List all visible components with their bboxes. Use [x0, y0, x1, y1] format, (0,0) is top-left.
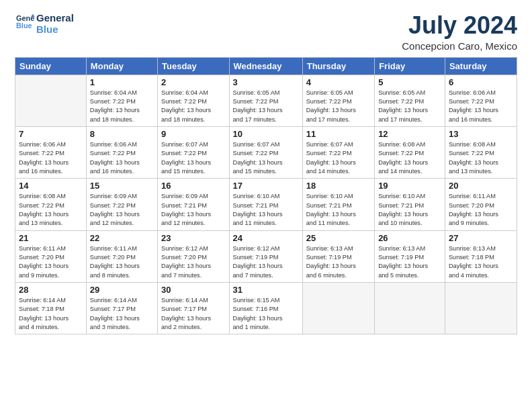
day-info: Sunrise: 6:04 AMSunset: 7:22 PMDaylight:… — [90, 89, 154, 124]
logo-icon: General Blue — [16, 13, 35, 32]
day-number: 25 — [306, 233, 371, 243]
calendar-cell: 9Sunrise: 6:07 AMSunset: 7:22 PMDaylight… — [158, 126, 230, 178]
day-info: Sunrise: 6:13 AMSunset: 7:19 PMDaylight:… — [306, 244, 371, 280]
weekday-header-thursday: Thursday — [302, 57, 374, 75]
day-number: 8 — [90, 129, 154, 139]
day-info: Sunrise: 6:05 AMSunset: 7:22 PMDaylight:… — [306, 89, 371, 124]
calendar-cell: 30Sunrise: 6:14 AMSunset: 7:17 PMDayligh… — [158, 283, 230, 334]
calendar-header-row: SundayMondayTuesdayWednesdayThursdayFrid… — [15, 57, 517, 75]
day-number: 3 — [233, 77, 299, 87]
day-info: Sunrise: 6:13 AMSunset: 7:19 PMDaylight:… — [378, 244, 441, 280]
title-block: July 2024 Concepcion Caro, Mexico — [402, 12, 517, 52]
calendar-week-5: 28Sunrise: 6:14 AMSunset: 7:18 PMDayligh… — [15, 283, 517, 334]
calendar-cell: 17Sunrise: 6:10 AMSunset: 7:21 PMDayligh… — [229, 179, 302, 230]
page: General Blue General Blue July 2024 Conc… — [0, 0, 532, 411]
day-number: 16 — [161, 181, 226, 191]
logo-line2: Blue — [36, 24, 74, 35]
calendar-cell: 23Sunrise: 6:12 AMSunset: 7:20 PMDayligh… — [158, 230, 230, 282]
day-number: 19 — [378, 181, 441, 191]
calendar-cell: 28Sunrise: 6:14 AMSunset: 7:18 PMDayligh… — [15, 283, 87, 334]
day-info: Sunrise: 6:11 AMSunset: 7:20 PMDaylight:… — [449, 192, 513, 228]
calendar-week-4: 21Sunrise: 6:11 AMSunset: 7:20 PMDayligh… — [15, 230, 517, 282]
calendar-week-2: 7Sunrise: 6:06 AMSunset: 7:22 PMDaylight… — [15, 126, 517, 178]
day-info: Sunrise: 6:10 AMSunset: 7:21 PMDaylight:… — [233, 192, 299, 228]
weekday-header-sunday: Sunday — [15, 57, 87, 75]
day-info: Sunrise: 6:08 AMSunset: 7:22 PMDaylight:… — [449, 140, 513, 176]
day-number: 28 — [19, 285, 83, 295]
day-number: 11 — [306, 129, 371, 139]
day-info: Sunrise: 6:05 AMSunset: 7:22 PMDaylight:… — [378, 89, 441, 124]
day-number: 22 — [90, 233, 154, 243]
calendar-cell: 4Sunrise: 6:05 AMSunset: 7:22 PMDaylight… — [302, 75, 374, 126]
calendar-cell: 29Sunrise: 6:14 AMSunset: 7:17 PMDayligh… — [86, 283, 157, 334]
day-info: Sunrise: 6:11 AMSunset: 7:20 PMDaylight:… — [90, 244, 154, 280]
day-info: Sunrise: 6:06 AMSunset: 7:22 PMDaylight:… — [90, 140, 154, 176]
calendar-cell: 8Sunrise: 6:06 AMSunset: 7:22 PMDaylight… — [86, 126, 157, 178]
calendar-cell: 21Sunrise: 6:11 AMSunset: 7:20 PMDayligh… — [15, 230, 87, 282]
day-info: Sunrise: 6:12 AMSunset: 7:20 PMDaylight:… — [161, 244, 226, 280]
day-number: 4 — [306, 77, 371, 87]
calendar-cell: 12Sunrise: 6:08 AMSunset: 7:22 PMDayligh… — [375, 126, 445, 178]
day-number: 23 — [161, 233, 226, 243]
calendar-week-3: 14Sunrise: 6:08 AMSunset: 7:22 PMDayligh… — [15, 179, 517, 230]
day-number: 17 — [233, 181, 299, 191]
day-info: Sunrise: 6:04 AMSunset: 7:22 PMDaylight:… — [161, 89, 226, 124]
day-number: 12 — [378, 129, 441, 139]
calendar-cell: 7Sunrise: 6:06 AMSunset: 7:22 PMDaylight… — [15, 126, 87, 178]
day-info: Sunrise: 6:14 AMSunset: 7:18 PMDaylight:… — [19, 296, 83, 332]
calendar-cell: 3Sunrise: 6:05 AMSunset: 7:22 PMDaylight… — [229, 75, 302, 126]
logo: General Blue General Blue — [15, 12, 74, 36]
calendar-cell: 2Sunrise: 6:04 AMSunset: 7:22 PMDaylight… — [158, 75, 230, 126]
svg-text:Blue: Blue — [16, 22, 32, 30]
calendar-cell: 16Sunrise: 6:09 AMSunset: 7:21 PMDayligh… — [158, 179, 230, 230]
calendar-table: SundayMondayTuesdayWednesdayThursdayFrid… — [15, 57, 517, 335]
weekday-header-saturday: Saturday — [445, 57, 517, 75]
day-info: Sunrise: 6:09 AMSunset: 7:22 PMDaylight:… — [90, 192, 154, 228]
calendar-cell: 22Sunrise: 6:11 AMSunset: 7:20 PMDayligh… — [86, 230, 157, 282]
day-number: 15 — [90, 181, 154, 191]
calendar-cell: 27Sunrise: 6:13 AMSunset: 7:18 PMDayligh… — [445, 230, 517, 282]
day-info: Sunrise: 6:13 AMSunset: 7:18 PMDaylight:… — [449, 244, 513, 280]
calendar-week-1: 1Sunrise: 6:04 AMSunset: 7:22 PMDaylight… — [15, 75, 517, 126]
month-title: July 2024 — [402, 12, 517, 39]
calendar-cell: 18Sunrise: 6:10 AMSunset: 7:21 PMDayligh… — [302, 179, 374, 230]
day-info: Sunrise: 6:05 AMSunset: 7:22 PMDaylight:… — [233, 89, 299, 124]
day-number: 10 — [233, 129, 299, 139]
logo-line1: General — [36, 12, 74, 24]
weekday-header-wednesday: Wednesday — [229, 57, 302, 75]
day-info: Sunrise: 6:07 AMSunset: 7:22 PMDaylight:… — [161, 140, 226, 176]
day-info: Sunrise: 6:07 AMSunset: 7:22 PMDaylight:… — [233, 140, 299, 176]
calendar-cell: 13Sunrise: 6:08 AMSunset: 7:22 PMDayligh… — [445, 126, 517, 178]
day-number: 21 — [19, 233, 83, 243]
header: General Blue General Blue July 2024 Conc… — [15, 12, 517, 52]
day-number: 14 — [19, 181, 83, 191]
calendar-cell: 20Sunrise: 6:11 AMSunset: 7:20 PMDayligh… — [445, 179, 517, 230]
day-info: Sunrise: 6:15 AMSunset: 7:16 PMDaylight:… — [233, 296, 299, 332]
day-info: Sunrise: 6:14 AMSunset: 7:17 PMDaylight:… — [161, 296, 226, 332]
day-number: 7 — [19, 129, 83, 139]
calendar-cell — [375, 283, 445, 334]
day-info: Sunrise: 6:12 AMSunset: 7:19 PMDaylight:… — [233, 244, 299, 280]
day-info: Sunrise: 6:09 AMSunset: 7:21 PMDaylight:… — [161, 192, 226, 228]
calendar-cell: 15Sunrise: 6:09 AMSunset: 7:22 PMDayligh… — [86, 179, 157, 230]
day-info: Sunrise: 6:10 AMSunset: 7:21 PMDaylight:… — [306, 192, 371, 228]
day-number: 1 — [90, 77, 154, 87]
calendar-cell — [302, 283, 374, 334]
day-info: Sunrise: 6:08 AMSunset: 7:22 PMDaylight:… — [19, 192, 83, 228]
calendar-cell: 24Sunrise: 6:12 AMSunset: 7:19 PMDayligh… — [229, 230, 302, 282]
day-info: Sunrise: 6:08 AMSunset: 7:22 PMDaylight:… — [378, 140, 441, 176]
calendar-cell: 26Sunrise: 6:13 AMSunset: 7:19 PMDayligh… — [375, 230, 445, 282]
calendar-cell: 31Sunrise: 6:15 AMSunset: 7:16 PMDayligh… — [229, 283, 302, 334]
day-number: 6 — [449, 77, 513, 87]
day-number: 13 — [449, 129, 513, 139]
location: Concepcion Caro, Mexico — [402, 40, 517, 52]
day-number: 31 — [233, 285, 299, 295]
day-info: Sunrise: 6:10 AMSunset: 7:21 PMDaylight:… — [378, 192, 441, 228]
day-number: 2 — [161, 77, 226, 87]
calendar-cell — [15, 75, 87, 126]
day-number: 29 — [90, 285, 154, 295]
day-number: 30 — [161, 285, 226, 295]
day-info: Sunrise: 6:07 AMSunset: 7:22 PMDaylight:… — [306, 140, 371, 176]
day-info: Sunrise: 6:11 AMSunset: 7:20 PMDaylight:… — [19, 244, 83, 280]
day-info: Sunrise: 6:06 AMSunset: 7:22 PMDaylight:… — [449, 89, 513, 124]
